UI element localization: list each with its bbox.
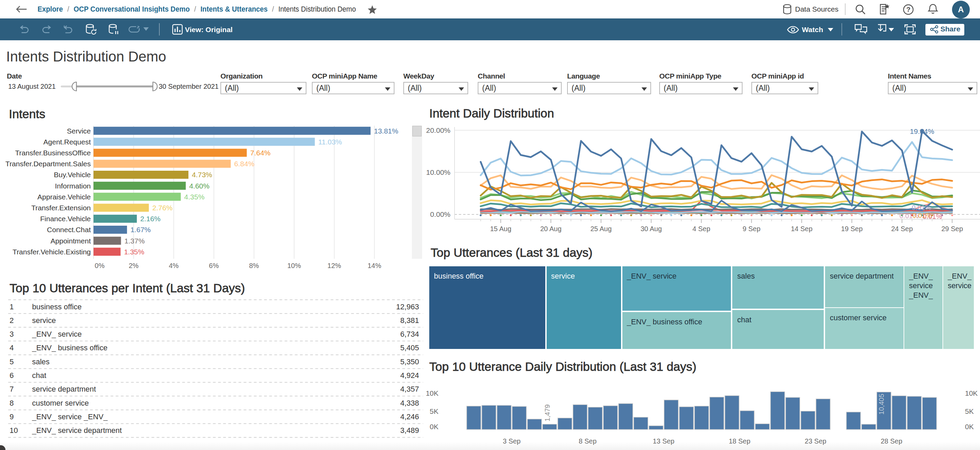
svg-text:Transfer.BusinessOffice: Transfer.BusinessOffice	[15, 149, 91, 157]
svg-text:Agent.Request: Agent.Request	[43, 138, 91, 146]
svg-text:12,963: 12,963	[396, 303, 419, 311]
svg-text:30 Aug: 30 Aug	[641, 225, 662, 233]
svg-text:12%: 12%	[328, 262, 341, 270]
svg-text:7.64%: 7.64%	[250, 149, 270, 157]
svg-text:20 Aug: 20 Aug	[540, 225, 561, 233]
svg-text:3: 3	[10, 330, 14, 338]
svg-text:10K: 10K	[426, 389, 439, 397]
svg-text:10,405: 10,405	[878, 394, 885, 415]
svg-text:2: 2	[10, 316, 14, 325]
svg-text:4,338: 4,338	[400, 399, 419, 407]
svg-text:8: 8	[10, 399, 14, 407]
svg-text:5: 5	[10, 357, 14, 366]
svg-text:15 Aug: 15 Aug	[490, 225, 511, 233]
svg-text:10K: 10K	[965, 389, 978, 397]
svg-text:10: 10	[10, 426, 18, 435]
svg-text:_ENV_ service: _ENV_ service	[32, 330, 82, 338]
svg-text:0%: 0%	[95, 262, 105, 270]
svg-text:0K: 0K	[965, 423, 974, 431]
svg-text:5,350: 5,350	[400, 357, 419, 366]
svg-text:_ENV_ service _ENV_: _ENV_ service _ENV_	[32, 412, 108, 421]
svg-text:Finance.Vehicle: Finance.Vehicle	[40, 215, 91, 223]
svg-text:service department: service department	[32, 385, 96, 393]
svg-text:Appointment: Appointment	[51, 237, 91, 245]
svg-text:6%: 6%	[209, 262, 219, 270]
svg-text:4: 4	[10, 343, 14, 352]
svg-text:4 Sep: 4 Sep	[692, 225, 710, 233]
svg-text:5,405: 5,405	[400, 343, 419, 352]
svg-text:1.67%: 1.67%	[130, 226, 151, 233]
svg-text:2.16%: 2.16%	[140, 215, 161, 223]
svg-text:8,381: 8,381	[400, 316, 419, 325]
svg-text:6,734: 6,734	[400, 330, 419, 338]
svg-text:sales: sales	[32, 357, 49, 366]
svg-text:4.73%: 4.73%	[192, 171, 212, 179]
svg-text:business office: business office	[32, 303, 81, 311]
svg-text:4,246: 4,246	[400, 412, 419, 421]
svg-text:chat: chat	[32, 371, 46, 380]
svg-text:1: 1	[10, 303, 14, 311]
svg-text:29 Sep: 29 Sep	[942, 225, 963, 233]
svg-text:Transfer.Department.Sales: Transfer.Department.Sales	[5, 160, 91, 168]
svg-text:19 Sep: 19 Sep	[841, 225, 862, 233]
svg-text:9: 9	[10, 412, 14, 421]
svg-text:10.00%: 10.00%	[426, 168, 450, 176]
svg-text:25 Aug: 25 Aug	[590, 225, 611, 233]
svg-text:24 Sep: 24 Sep	[891, 225, 913, 233]
svg-text:Buy.Vehicle: Buy.Vehicle	[54, 171, 91, 179]
svg-text:14 Sep: 14 Sep	[791, 225, 813, 233]
svg-text:0K: 0K	[430, 423, 439, 431]
svg-text:Service: Service	[67, 127, 91, 135]
svg-text:5K: 5K	[430, 407, 439, 415]
svg-text:20.00%: 20.00%	[426, 126, 450, 134]
svg-text:11.03%: 11.03%	[318, 138, 342, 146]
svg-text:_ENV_ service department: _ENV_ service department	[32, 426, 122, 435]
svg-text:Connect.Chat: Connect.Chat	[47, 226, 91, 233]
svg-text:4,924: 4,924	[400, 371, 419, 380]
svg-text:0.01%: 0.01%	[912, 204, 931, 211]
svg-text:9 Sep: 9 Sep	[743, 225, 760, 233]
svg-text:7: 7	[10, 385, 14, 393]
svg-text:3,489: 3,489	[400, 426, 419, 435]
svg-text:4%: 4%	[169, 262, 179, 270]
svg-text:14%: 14%	[368, 262, 381, 270]
svg-text:4.35%: 4.35%	[184, 193, 205, 201]
svg-text:8%: 8%	[249, 262, 259, 270]
svg-text:5K: 5K	[965, 407, 974, 415]
svg-text:1.35%: 1.35%	[124, 248, 144, 256]
svg-text:10%: 10%	[287, 262, 301, 270]
svg-text:2%: 2%	[129, 262, 138, 270]
svg-text:6.84%: 6.84%	[234, 160, 255, 168]
svg-text:Appraise.Vehicle: Appraise.Vehicle	[38, 193, 91, 201]
svg-text:13.81%: 13.81%	[374, 127, 398, 135]
svg-text:customer service: customer service	[32, 399, 89, 407]
svg-text:4.60%: 4.60%	[189, 182, 210, 190]
svg-text:19.84%: 19.84%	[910, 128, 934, 135]
svg-text:1,479: 1,479	[544, 404, 551, 421]
svg-text:1.37%: 1.37%	[124, 237, 145, 245]
svg-text:Transfer.Extension: Transfer.Extension	[32, 204, 91, 212]
svg-text:_ENV_ business office: _ENV_ business office	[32, 343, 108, 352]
svg-text:0.01%: 0.01%	[923, 213, 942, 220]
svg-text:4,357: 4,357	[400, 385, 419, 393]
svg-text:service: service	[32, 316, 56, 325]
svg-text:0.00%: 0.00%	[430, 210, 450, 218]
svg-text:6: 6	[10, 371, 14, 380]
svg-text:2.76%: 2.76%	[152, 204, 173, 212]
svg-text:Information: Information	[55, 182, 91, 190]
svg-text:Transfer.Vehicle.Existing: Transfer.Vehicle.Existing	[13, 248, 91, 256]
